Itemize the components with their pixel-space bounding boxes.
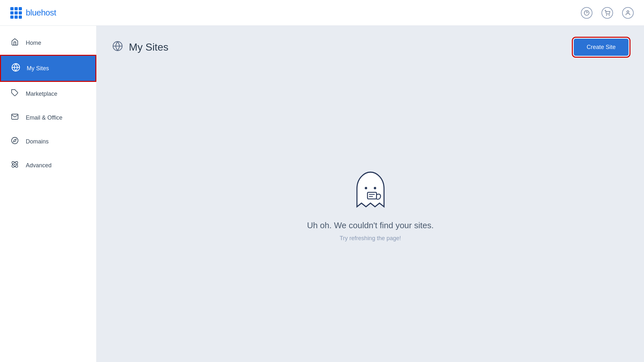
svg-point-2 <box>606 15 607 15</box>
logo-text: bluehost <box>26 8 56 18</box>
empty-state: Uh oh. We couldn't find your sites. Try … <box>112 69 629 340</box>
sidebar-item-advanced[interactable]: Advanced <box>0 153 96 177</box>
logo[interactable]: bluehost <box>10 7 56 19</box>
wordpress-icon <box>11 63 20 74</box>
mail-icon <box>10 113 19 122</box>
logo-grid-icon <box>10 7 22 19</box>
sidebar-label-my-sites: My Sites <box>27 65 49 72</box>
svg-rect-15 <box>367 192 376 199</box>
ghost-illustration <box>350 168 391 213</box>
atom-icon <box>10 161 19 170</box>
empty-state-subtitle: Try refreshing the page! <box>340 235 401 242</box>
tag-icon <box>10 89 19 99</box>
layout: Home My Sites <box>0 26 644 362</box>
sidebar-label-domains: Domains <box>26 138 49 145</box>
header-actions <box>581 7 634 19</box>
cart-icon[interactable] <box>601 7 613 19</box>
sidebar-item-home[interactable]: Home <box>0 31 96 55</box>
sidebar-label-home: Home <box>26 40 41 46</box>
svg-point-13 <box>365 187 367 189</box>
svg-point-4 <box>627 11 629 13</box>
svg-point-14 <box>374 187 376 189</box>
help-icon[interactable] <box>581 7 592 19</box>
sidebar-item-my-sites[interactable]: My Sites <box>0 55 96 82</box>
sidebar-item-domains[interactable]: Domains <box>0 130 96 153</box>
main-content: My Sites Create Site Uh oh. We couldn't … <box>97 26 644 362</box>
page-title: My Sites <box>129 41 168 53</box>
page-header: My Sites Create Site <box>112 39 629 56</box>
header: bluehost <box>0 0 644 26</box>
sidebar-label-marketplace: Marketplace <box>26 91 57 97</box>
svg-point-8 <box>12 137 18 144</box>
svg-point-3 <box>609 15 610 15</box>
empty-state-title: Uh oh. We couldn't find your sites. <box>307 220 434 230</box>
page-title-group: My Sites <box>112 41 168 54</box>
page-wordpress-icon <box>112 41 123 54</box>
user-icon[interactable] <box>622 7 634 19</box>
create-site-button[interactable]: Create Site <box>574 39 629 56</box>
home-icon <box>10 38 19 48</box>
compass-icon <box>10 137 19 146</box>
sidebar: Home My Sites <box>0 26 97 362</box>
sidebar-item-email-office[interactable]: Email & Office <box>0 106 96 130</box>
svg-point-10 <box>14 164 15 165</box>
sidebar-label-email-office: Email & Office <box>26 114 62 121</box>
sidebar-item-marketplace[interactable]: Marketplace <box>0 82 96 106</box>
svg-marker-9 <box>14 139 16 142</box>
sidebar-label-advanced: Advanced <box>26 162 52 169</box>
